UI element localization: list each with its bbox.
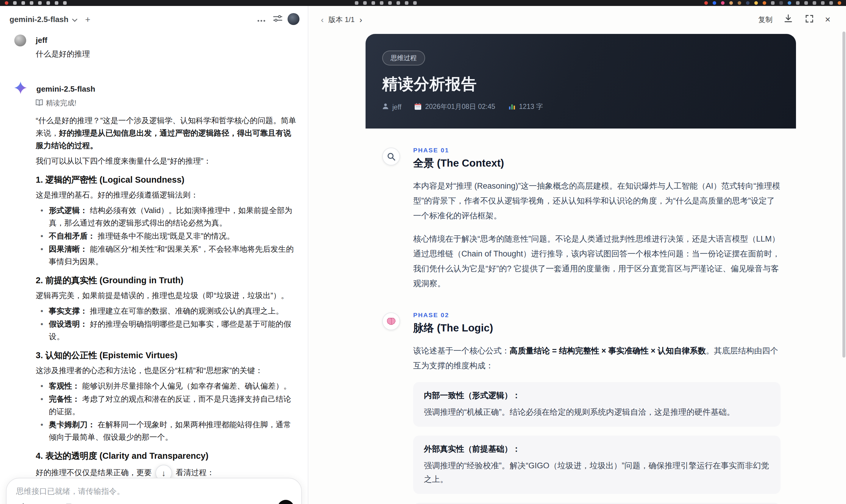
layout-icon[interactable] [354,1,358,5]
report-meta: jeff 2026年01月08日 02:45 121 [382,102,779,111]
user-name: jeff [36,35,297,47]
app-yellow-icon[interactable] [754,1,758,5]
phase-1-paragraph: 本内容是对“推理 (Reasoning)”这一抽象概念的高层建模。在知识爆炸与人… [413,179,780,223]
pen-icon[interactable] [38,1,42,5]
composer-toolbar [17,502,74,504]
gemini-star-icon [14,82,27,96]
list-item: 奥卡姆剃刀：在解释同一个现象时，如果两种推理都能站得住脚，通常倾向于最简单、假设… [36,418,297,443]
version-label: 版本 1/1 [328,15,354,25]
app-dark-icon[interactable] [779,1,783,5]
camera-icon[interactable] [13,1,17,5]
version-prev-button[interactable]: ‹ [321,16,323,24]
tune-button[interactable] [271,13,283,25]
link-icon[interactable] [371,1,375,5]
version-next-button[interactable]: › [359,16,362,24]
expand-icon [806,14,813,25]
app-pink-icon[interactable] [721,1,725,5]
composer [6,478,302,504]
bullet-list: 事实支撑：推理建立在可靠的数据、准确的观测或公认的真理之上。 假设透明：好的推理… [36,305,297,343]
phase-1-title: 全景 (The Context) [413,156,780,170]
bullet-list: 形式逻辑：结构必须有效（Valid）。比如演绎推理中，如果前提全部为真，那么通过… [36,204,297,268]
account-avatar[interactable] [287,13,299,25]
section-heading-4: 4. 表达的透明度 (Clarity and Transparency) [36,450,297,462]
chevron-down-icon [72,14,77,24]
display-icon[interactable] [796,1,799,5]
app-navy-icon[interactable] [746,1,750,5]
chat-header: gemini-2.5-flash + [0,6,308,29]
copy-button[interactable]: 复制 [758,15,773,25]
app-orange2-icon[interactable] [838,1,841,5]
artifact-panel: ‹ 版本 1/1 › 复制 × [309,6,846,504]
download-button[interactable] [782,14,794,25]
app-orange-icon[interactable] [763,1,766,5]
logic-card-title: 外部真实性（前提基础）： [424,444,770,455]
tools-icon [41,503,50,504]
bookmark-button[interactable] [63,502,74,504]
window-icon[interactable] [47,1,50,5]
app-window: gemini-2.5-flash + [0,6,846,504]
battery-icon[interactable] [804,1,808,5]
more-dots-icon [257,14,266,24]
close-button[interactable]: × [825,15,830,24]
new-chat-button[interactable]: + [85,15,90,23]
list-icon[interactable] [30,1,33,5]
model-selector[interactable]: gemini-2.5-flash [10,14,77,24]
brain-icon [382,312,400,330]
chat-panel: gemini-2.5-flash + [0,6,309,504]
report-header: 思维过程 精读分析报告 jeff 2 [366,34,796,128]
artifact-toolbar: ‹ 版本 1/1 › 复制 × [309,6,846,25]
model-name: gemini-2.5-flash [10,15,69,23]
menu-bar [0,0,846,6]
grid-icon[interactable] [21,1,25,5]
section-heading-1: 1. 逻辑的严密性 (Logical Soundness) [36,174,297,186]
list-item: 因果清晰：能准确区分“相关性”和“因果关系”，不会轻率地将先后发生的事情归为因果… [36,243,297,268]
assistant-status-text: 精读完成! [46,98,76,108]
paragraph: 逻辑再完美，如果前提是错误的，推理也是垃圾（即“垃圾进，垃圾出”）。 [36,289,297,302]
app-blue2-icon[interactable] [788,1,791,5]
wifi-icon[interactable] [813,1,816,5]
list-item: 客观性：能够识别并尽量排除个人偏见（如幸存者偏差、确认偏差）。 [36,380,297,392]
arrow-icon[interactable] [405,1,408,5]
window-scrollbar[interactable] [842,32,845,358]
folder-icon[interactable] [413,1,417,5]
voice-input-button[interactable] [278,500,294,504]
app-red-icon[interactable] [704,1,708,5]
more-options-button[interactable] [255,13,267,25]
list-item: 假设透明：好的推理会明确指明哪些是已知事实，哪些是基于可能的假设。 [36,318,297,343]
cloud-icon[interactable] [396,1,400,5]
composer-input[interactable] [16,487,281,496]
assistant-model-name: gemini-2.5-flash [36,83,95,95]
clip-icon[interactable] [63,1,67,5]
person-icon [382,103,389,111]
app-brown-icon[interactable] [738,1,741,5]
phase-2-section: PHASE 02 脉络 (The Logic) 该论述基于一个核心公式：高质量结… [366,311,796,504]
columns-icon[interactable] [363,1,367,5]
logic-card-3: 主体伦理（认识美德）： 转向推理者的心理特征。引入奥卡姆剃刀和反向论证，旨在克服… [413,503,780,504]
book-icon [36,99,43,107]
chat-message-list[interactable]: jeff 什么是好的推理 [0,32,308,504]
app-blue-icon[interactable] [712,1,716,5]
attach-button[interactable] [17,502,29,504]
assistant-header: gemini-2.5-flash [14,82,297,96]
menubar-right-group [704,1,841,5]
menubar-left-group [5,1,67,5]
paragraph: 我们可以从以下四个维度来衡量什么是“好的推理”： [36,155,297,167]
report-date: 2026年01月08日 02:45 [415,102,495,111]
gear-icon[interactable] [771,1,775,5]
bookmark-icon [65,503,72,504]
expand-button[interactable] [804,14,815,25]
menubar-center-group [354,1,417,5]
logic-card-2: 外部真实性（前提基础）： 强调推理的“经验校准”。解决“GIGO（垃圾进，垃圾出… [413,436,780,494]
tools-button[interactable] [40,502,52,504]
record-dot-icon[interactable] [5,1,8,5]
eye-icon[interactable] [380,1,383,5]
artifact-actions: 复制 × [758,14,830,25]
list-item: 事实支撑：推理建立在可靠的数据、准确的观测或公认的真理之上。 [36,305,297,317]
report-wordcount: 1213 字 [508,102,543,111]
search-icon[interactable] [821,1,825,5]
report-author: jeff [382,103,401,111]
app-tan-icon[interactable] [729,1,733,5]
control-center-icon[interactable] [829,1,833,5]
clock-icon[interactable] [388,1,391,5]
doc-icon[interactable] [55,1,58,5]
